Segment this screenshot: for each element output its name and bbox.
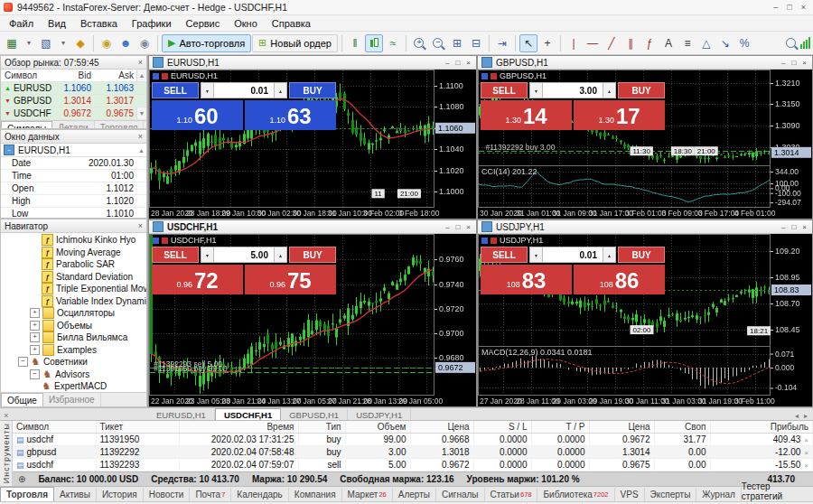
chart-close-icon[interactable]: × [466,59,471,67]
scroll-up-icon[interactable]: ▲ [136,70,146,81]
one-click-trading-panel[interactable]: SELL▾5.00▴BUY0.96720.9675 [152,247,336,294]
scroll-up-icon[interactable]: ▲ [138,147,146,154]
close-position-icon[interactable]: × [800,436,808,444]
toolbox-side-strip[interactable]: Инструменты [0,421,13,486]
chart-tab-1[interactable]: USDCHF,H1 [215,408,281,420]
chart-window-titlebar[interactable]: USDJPY,H1–□× [478,220,812,234]
terminal-tab-алерты[interactable]: Алерты [393,488,436,501]
expand-summary-icon[interactable]: ⊕ [18,474,25,484]
market-watch-close-icon[interactable]: × [138,58,143,67]
sell-button[interactable]: SELL [481,247,528,263]
zoom-out-icon[interactable]: − [429,34,447,52]
close-position-icon[interactable]: × [800,449,808,457]
terminal-tab-эксперты[interactable]: Эксперты [645,488,697,501]
terminal-tab-маркет[interactable]: Маркет26 [342,488,393,501]
chart-window-titlebar[interactable]: EURUSD,H1–□× [149,56,476,70]
volume-value[interactable]: 5.00 [214,247,274,263]
chart-minimize-icon[interactable]: – [781,223,785,231]
volume-down-icon[interactable]: ▾ [529,82,543,98]
navigator-item[interactable]: −♞Советники [1,356,146,369]
market-watch-tab-1[interactable]: Детали [52,121,94,129]
chart-area-gbpusd[interactable]: GBPUSD,H1SELL▾3.00▴BUY1.30141.3017 [478,70,812,219]
sell-button[interactable]: SELL [152,247,199,263]
chart-area-usdjpy[interactable]: USDJPY,H1SELL▾0.01▴BUY1088310886 [478,234,812,406]
window-close-button[interactable]: × [801,3,806,12]
terminal-tab-торговля[interactable]: Торговля [0,487,54,501]
chart-area-usdchf[interactable]: USDCHF,H1SELL▾5.00▴BUY0.96720.9675 [149,234,476,406]
vertical-line-icon[interactable]: | [565,34,583,52]
navigator-tab-1[interactable]: Избранное [43,393,101,406]
volume-value[interactable]: 3.00 [543,82,603,98]
signals-icon[interactable]: ◉ [136,34,154,52]
terminal-tab-почта[interactable]: Почта7 [190,488,231,501]
profiles-icon[interactable]: ▧ [37,34,55,52]
volume-down-icon[interactable]: ▾ [201,82,214,98]
accounts-icon[interactable]: ☻ [117,34,135,52]
navigator-item[interactable]: ƒIchimoku Kinko Hyo [1,234,146,247]
one-click-trading-panel[interactable]: SELL▾0.01▴BUY1.10601.1063 [152,82,336,130]
navigator-item[interactable]: +Examples [1,344,146,357]
window-maximize-button[interactable]: □ [787,3,791,12]
buy-button[interactable]: BUY [618,247,665,263]
terminal-tab-статьи[interactable]: Статьи678 [485,488,538,501]
buy-button[interactable]: BUY [289,247,336,263]
terminal-tab-история[interactable]: История [97,488,144,501]
buy-button[interactable]: BUY [618,82,665,98]
chart-minimize-icon[interactable]: – [445,59,449,67]
fibonacci-icon[interactable]: ƒ [640,34,659,52]
volume-stepper[interactable]: ▾3.00▴ [529,82,616,98]
volume-value[interactable]: 0.01 [214,82,274,98]
deposit-icon[interactable]: ◉ [98,34,116,52]
chart-tab-3[interactable]: USDJPY,H1 [348,409,411,420]
navigator-item[interactable]: +Объемы [1,320,146,332]
one-click-trading-panel[interactable]: SELL▾3.00▴BUY1.30141.3017 [481,82,665,130]
terminal-tab-активы[interactable]: Активы [54,488,97,501]
buy-price[interactable]: 1.3017 [574,100,665,130]
candlestick-chart-icon[interactable] [365,34,383,52]
navigator-item[interactable]: ♞ExpertMACD [1,380,146,392]
buy-button[interactable]: BUY [289,82,336,98]
strategy-tester-label[interactable]: Тестер стратегий [742,481,813,501]
terminal-tab-журнал[interactable]: Журнал [696,488,742,501]
buy-price[interactable]: 0.9675 [245,265,336,294]
zoom-in-icon[interactable]: + [410,34,428,52]
arrows-icon[interactable]: ↘ [716,34,734,52]
terminal-col-9[interactable]: Своп [654,421,710,434]
volume-down-icon[interactable]: ▾ [529,247,543,263]
menu-item-4[interactable]: Сервис [179,17,228,30]
cascade-windows-icon[interactable]: ⊟ [467,34,485,52]
auto-shift-icon[interactable]: ⇥ [493,34,511,52]
chart-maximize-icon[interactable]: □ [455,59,460,67]
tabs-scroll-left-icon[interactable]: ◂ [795,412,799,420]
market-watch-row[interactable]: ▼GBPUSD1.30141.3017 [1,95,146,107]
terminal-col-4[interactable]: Объем [345,421,410,434]
expand-plus-icon[interactable]: + [30,332,40,342]
terminal-tab-библиотека[interactable]: Библиотека7202 [537,488,614,501]
chart-tabs-close-icon[interactable]: × [0,411,13,420]
autotrade-button[interactable]: ▶Авто-торговля [162,34,251,52]
terminal-tab-календарь[interactable]: Календарь [231,488,288,501]
profiles-dropdown-icon[interactable]: ▾ [56,34,70,52]
navigator-tab-0[interactable]: Общие [1,393,43,407]
menu-item-3[interactable]: Графики [125,17,179,30]
navigator-item[interactable]: ƒVariable Index Dynamic A [1,295,146,308]
volume-up-icon[interactable]: ▴ [274,247,287,263]
volume-down-icon[interactable]: ▾ [201,247,214,263]
text-icon[interactable]: A [659,34,678,52]
market-watch-row[interactable]: ▼USDCHF0.96720.9675▼ [1,107,146,120]
line-chart-icon[interactable]: ≈ [384,34,402,52]
chart-minimize-icon[interactable]: – [781,59,785,67]
terminal-col-3[interactable]: Тип [298,421,345,434]
terminal-col-1[interactable]: Тикет [96,421,179,434]
trendline-icon[interactable]: ╱ [603,34,621,52]
chart-close-icon[interactable]: × [802,223,807,231]
menu-item-2[interactable]: Вставка [73,17,125,30]
position-row[interactable]: ▤usdchf113922932020.02.04 07:59:07sell5.… [13,459,813,471]
position-row[interactable]: ▤gbpusd113922922020.02.04 07:58:48buy3.0… [13,446,813,459]
volume-up-icon[interactable]: ▴ [274,82,287,98]
terminal-col-6[interactable]: S / L [473,421,531,434]
cursor-icon[interactable]: ↖ [519,34,537,52]
expand-plus-icon[interactable]: + [30,345,40,355]
volume-up-icon[interactable]: ▴ [603,82,616,98]
new-chart-dropdown-icon[interactable]: ▾ [22,34,36,52]
